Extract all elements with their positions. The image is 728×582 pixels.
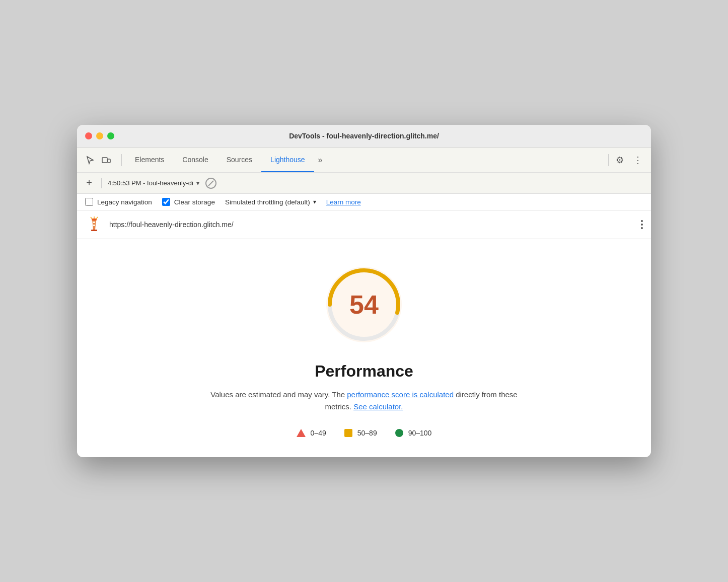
more-options-icon[interactable]: ⋮ — [631, 153, 645, 167]
learn-more-link[interactable]: Learn more — [326, 198, 361, 206]
legacy-nav-label: Legacy navigation — [97, 198, 152, 206]
tab-elements[interactable]: Elements — [126, 148, 173, 172]
url-more-button[interactable] — [641, 220, 643, 229]
main-content: 54 Performance Values are estimated and … — [77, 239, 651, 457]
tab-console[interactable]: Console — [173, 148, 217, 172]
sec-divider — [101, 178, 102, 188]
device-toggle-icon[interactable] — [99, 153, 113, 167]
score-container: 54 — [319, 259, 409, 350]
toolbar-divider-right — [608, 154, 609, 166]
toolbar-icons — [83, 153, 113, 167]
perf-score-link[interactable]: performance score is calculated — [347, 390, 454, 399]
legend-green-range: 90–100 — [408, 429, 432, 437]
close-button[interactable] — [85, 132, 92, 139]
tab-lighthouse[interactable]: Lighthouse — [261, 148, 314, 172]
chevron-down-icon: ▾ — [196, 180, 199, 187]
legend-red: 0–49 — [297, 429, 326, 437]
more-tabs-button[interactable]: » — [314, 148, 327, 172]
orange-square-icon — [344, 429, 352, 437]
clear-storage-checkbox[interactable] — [162, 198, 170, 206]
red-triangle-icon — [297, 429, 306, 437]
traffic-lights — [85, 132, 114, 139]
performance-title: Performance — [315, 362, 413, 381]
circle-shape — [395, 429, 403, 437]
legend-red-range: 0–49 — [311, 429, 326, 437]
dot1 — [641, 220, 643, 222]
dot3 — [641, 227, 643, 229]
dot2 — [641, 224, 643, 226]
triangle-shape — [297, 429, 306, 437]
toolbar-right: ⚙ ⋮ — [613, 153, 645, 167]
main-toolbar: Elements Console Sources Lighthouse » ⚙ … — [77, 148, 651, 173]
settings-icon[interactable]: ⚙ — [613, 153, 627, 167]
svg-rect-5 — [93, 225, 95, 226]
secondary-toolbar: + 4:50:53 PM - foul-heavenly-di ▾ — [77, 173, 651, 194]
svg-rect-4 — [93, 222, 95, 223]
url-timestamp: 4:50:53 PM - foul-heavenly-di — [108, 179, 193, 187]
svg-line-9 — [91, 217, 92, 219]
window-title: DevTools - foul-heavenly-direction.glitc… — [289, 132, 439, 140]
options-toolbar: Legacy navigation Clear storage Simulate… — [77, 194, 651, 210]
clear-storage-group[interactable]: Clear storage — [162, 198, 215, 206]
svg-rect-6 — [91, 230, 97, 231]
url-dropdown[interactable]: 4:50:53 PM - foul-heavenly-di ▾ — [108, 179, 199, 187]
throttling-chevron-icon[interactable]: ▾ — [313, 198, 316, 205]
throttling-label: Simulated throttling (default) — [225, 198, 310, 206]
legacy-nav-checkbox[interactable] — [85, 198, 93, 206]
tab-sources[interactable]: Sources — [217, 148, 261, 172]
legend-orange: 50–89 — [344, 429, 377, 437]
clear-storage-label: Clear storage — [174, 198, 215, 206]
calculator-link[interactable]: See calculator. — [353, 402, 403, 411]
maximize-button[interactable] — [107, 132, 114, 139]
legend-green: 90–100 — [395, 429, 432, 437]
lighthouse-logo — [85, 215, 103, 234]
svg-rect-1 — [108, 159, 110, 163]
desc-prefix: Values are estimated and may vary. The — [210, 390, 347, 399]
cursor-icon[interactable] — [83, 153, 97, 167]
performance-description: Values are estimated and may vary. The p… — [208, 389, 520, 413]
score-number: 54 — [349, 289, 379, 320]
block-icon[interactable] — [205, 178, 216, 189]
title-bar: DevTools - foul-heavenly-direction.glitc… — [77, 125, 651, 148]
url-bar: https://foul-heavenly-direction.glitch.m… — [77, 210, 651, 239]
add-button[interactable]: + — [83, 177, 95, 189]
svg-line-8 — [96, 217, 98, 219]
toolbar-divider — [121, 154, 122, 166]
green-circle-icon — [395, 429, 403, 437]
legacy-nav-group[interactable]: Legacy navigation — [85, 198, 152, 206]
nav-tabs: Elements Console Sources Lighthouse » — [126, 148, 604, 172]
url-display: https://foul-heavenly-direction.glitch.m… — [109, 221, 635, 229]
score-legend: 0–49 50–89 90–100 — [297, 429, 432, 437]
legend-orange-range: 50–89 — [357, 429, 377, 437]
square-shape — [344, 429, 352, 437]
svg-rect-0 — [102, 158, 107, 163]
minimize-button[interactable] — [96, 132, 103, 139]
throttling-group: Simulated throttling (default) ▾ — [225, 198, 316, 206]
devtools-window: DevTools - foul-heavenly-direction.glitc… — [77, 125, 651, 457]
